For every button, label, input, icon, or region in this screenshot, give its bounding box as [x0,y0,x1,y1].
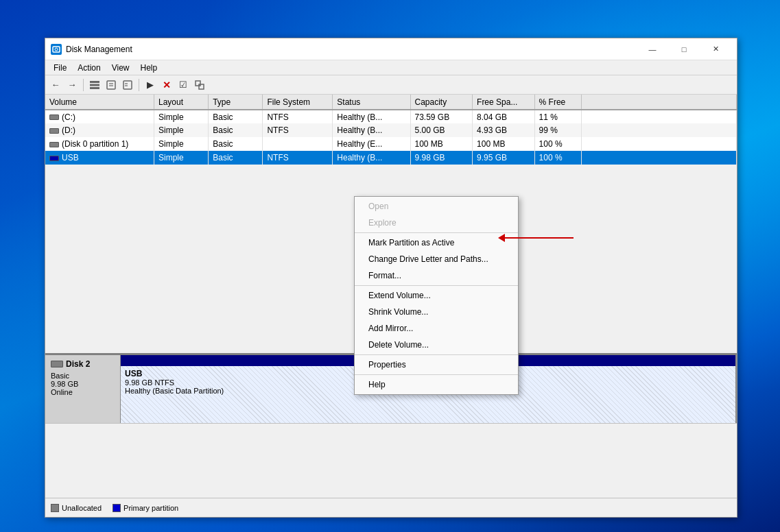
minimize-button[interactable]: — [637,38,668,60]
context-menu-item-add-mirror---[interactable]: Add Mirror... [355,320,518,337]
svg-rect-8 [123,81,132,89]
menu-action[interactable]: Action [72,62,106,74]
table-row[interactable]: (Disk 0 partition 1) Simple Basic Health… [45,137,737,151]
svg-rect-2 [90,81,99,83]
arrow-head [498,234,505,242]
disk2-name: Disk 2 [66,359,90,369]
col-layout[interactable]: Layout [154,95,208,110]
delete-button[interactable]: ✕ [159,77,174,93]
toolbar: ← → ▶ ✕ ☑ [45,75,737,95]
col-capacity[interactable]: Capacity [410,95,473,110]
menu-file[interactable]: File [48,62,72,74]
col-pct[interactable]: % Free [534,95,581,110]
svg-rect-12 [199,84,204,89]
arrow-line [505,237,574,239]
context-menu-separator [355,374,518,375]
disk2-type: Basic [51,372,115,380]
back-button[interactable]: ← [48,77,63,93]
col-free[interactable]: Free Spa... [473,95,535,110]
context-menu-item-change-drive-letter-and-paths---[interactable]: Change Drive Letter and Paths... [355,251,518,267]
disk2-label: Disk 2 Basic 9.98 GB Online [45,355,121,423]
col-extra [581,95,737,110]
check-button[interactable]: ☑ [176,77,191,93]
format-button[interactable] [192,77,207,93]
disk2-status: Online [51,388,115,396]
col-fs[interactable]: File System [263,95,333,110]
context-menu-separator [355,232,518,233]
table-row[interactable]: (C:) Simple Basic NTFS Healthy (B... 73.… [45,110,737,123]
col-type[interactable]: Type [209,95,263,110]
svg-rect-5 [107,81,115,89]
title-bar: Disk Management — □ ✕ [45,38,737,60]
legend-unallocated: Unallocated [51,504,102,512]
col-volume[interactable]: Volume [45,95,154,110]
help-button[interactable] [120,77,135,93]
legend-unallocated-box [51,504,59,512]
context-menu-item-explore: Explore [355,215,518,231]
context-menu-item-extend-volume---[interactable]: Extend Volume... [355,287,518,304]
context-menu-item-help[interactable]: Help [355,376,518,393]
close-button[interactable]: ✕ [700,38,731,60]
svg-point-1 [55,48,58,51]
context-menu: OpenExploreMark Partition as ActiveChang… [354,196,519,395]
table-row[interactable]: (D:) Simple Basic NTFS Healthy (B... 5.0… [45,123,737,137]
window-title: Disk Management [66,45,637,54]
svg-rect-4 [90,87,99,89]
legend-primary: Primary partition [113,504,178,512]
legend-bar: Unallocated Primary partition [45,498,737,517]
app-icon [51,44,62,55]
svg-rect-11 [196,81,200,86]
context-menu-item-format---[interactable]: Format... [355,267,518,284]
disk2-size: 9.98 GB [51,380,115,388]
wizard-button[interactable]: ▶ [143,77,158,93]
maximize-button[interactable]: □ [668,38,700,60]
legend-primary-box [113,504,121,512]
volume-table: Volume Layout Type File System Status Ca… [45,95,737,165]
context-menu-item-mark-partition-as-active[interactable]: Mark Partition as Active [355,234,518,251]
context-menu-separator [355,354,518,355]
properties-button[interactable] [104,77,119,93]
window-controls: — □ ✕ [637,38,731,60]
menu-view[interactable]: View [106,62,135,74]
forward-button[interactable]: → [64,77,80,93]
context-menu-item-properties[interactable]: Properties [355,356,518,373]
show-disk-list-button[interactable] [87,77,102,93]
menu-bar: File Action View Help [45,60,737,75]
legend-unallocated-label: Unallocated [62,504,102,512]
svg-rect-3 [90,84,99,86]
disk-management-window: Disk Management — □ ✕ File Action View H… [45,38,737,518]
arrow-annotation [498,234,574,242]
svg-rect-0 [53,47,60,52]
context-menu-item-open: Open [355,198,518,215]
table-row[interactable]: USB Simple Basic NTFS Healthy (B... 9.98… [45,151,737,165]
menu-help[interactable]: Help [135,62,163,74]
col-status[interactable]: Status [333,95,410,110]
legend-primary-label: Primary partition [123,504,178,512]
context-menu-item-shrink-volume---[interactable]: Shrink Volume... [355,304,518,320]
context-menu-separator [355,285,518,286]
context-menu-item-delete-volume---[interactable]: Delete Volume... [355,337,518,353]
